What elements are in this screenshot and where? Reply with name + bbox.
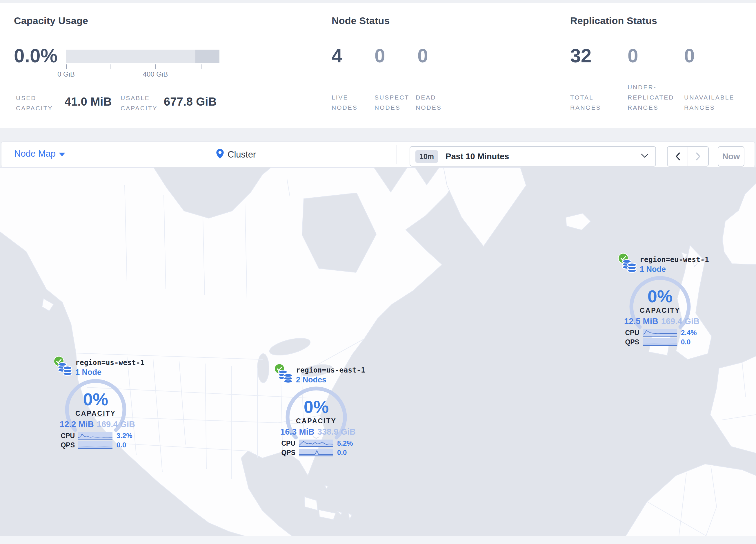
qps-label: QPS bbox=[620, 338, 639, 346]
total-ranges-label: TOTAL RANGES bbox=[570, 92, 611, 113]
node-status-title: Node Status bbox=[332, 15, 390, 26]
chevron-down-icon bbox=[59, 153, 65, 156]
capacity-bar-reserved-segment bbox=[195, 50, 219, 63]
unavailable-ranges-label: UNAVAILABLE RANGES bbox=[684, 92, 751, 113]
usable-capacity-value: 677.8 GiB bbox=[164, 95, 217, 108]
live-nodes-count: 4 bbox=[332, 45, 342, 66]
breadcrumb[interactable]: Cluster bbox=[228, 149, 256, 160]
time-window-badge: 10m bbox=[415, 150, 438, 163]
capacity-percent: 0% bbox=[276, 397, 356, 417]
time-window-pager bbox=[667, 146, 709, 166]
chevron-down-icon bbox=[641, 153, 648, 159]
previous-time-window-button[interactable] bbox=[668, 147, 688, 166]
capacity-used-percent: 0.0% bbox=[14, 45, 57, 66]
under-replicated-ranges-count: 0 bbox=[628, 45, 638, 66]
cpu-label: CPU bbox=[620, 329, 639, 337]
map-toolbar: Node Map Cluster 10m Past 10 Minutes bbox=[1, 141, 755, 167]
capacity-percent: 0% bbox=[56, 389, 136, 409]
chevron-right-icon bbox=[695, 152, 701, 161]
map-footer-strip bbox=[0, 536, 756, 544]
qps-label: QPS bbox=[276, 449, 295, 457]
qps-sparkline bbox=[643, 338, 677, 346]
suspect-nodes-label: SUSPECT NODES bbox=[375, 92, 412, 113]
dead-nodes-label: DEAD NODES bbox=[416, 92, 450, 113]
region-node-count[interactable]: 2 Nodes bbox=[296, 376, 326, 385]
qps-value: 0.0 bbox=[117, 441, 126, 449]
used-capacity-value: 41.0 MiB bbox=[65, 95, 112, 108]
region-name: region=us-east-1 bbox=[296, 366, 365, 374]
cockroachdb-cluster-overview: { "header": { "capacity": { "title": "Ca… bbox=[0, 0, 756, 544]
region-marker-eu-west-1[interactable]: region=eu-west-1 1 Node 0% CAPACITY 12.5… bbox=[620, 253, 700, 350]
cpu-label: CPU bbox=[56, 432, 75, 440]
qps-label: QPS bbox=[56, 441, 75, 449]
axis-tick bbox=[110, 64, 110, 69]
axis-tick bbox=[66, 64, 67, 69]
region-marker-us-east-1[interactable]: region=us-east-1 2 Nodes 0% CAPACITY 16.… bbox=[276, 363, 356, 461]
now-button[interactable]: Now bbox=[718, 146, 744, 166]
axis-tick-label: 400 GiB bbox=[143, 70, 168, 78]
cpu-sparkline bbox=[643, 329, 677, 337]
chevron-left-icon bbox=[675, 152, 681, 161]
cpu-value: 3.2% bbox=[117, 432, 132, 440]
total-ranges-count: 32 bbox=[570, 45, 591, 66]
capacity-label: CAPACITY bbox=[620, 307, 700, 315]
qps-sparkline bbox=[78, 441, 112, 449]
suspect-nodes-count: 0 bbox=[375, 45, 385, 66]
cpu-value: 2.4% bbox=[681, 329, 697, 337]
unavailable-ranges-count: 0 bbox=[684, 45, 695, 66]
axis-tick bbox=[201, 64, 201, 69]
capacity-label: CAPACITY bbox=[276, 417, 356, 425]
axis-tick bbox=[155, 64, 156, 69]
cluster-summary-bar: Capacity Usage Node Status Replication S… bbox=[0, 3, 756, 128]
view-selector-dropdown[interactable]: Node Map bbox=[14, 148, 56, 159]
cpu-label: CPU bbox=[276, 440, 295, 447]
capacity-bar bbox=[66, 50, 219, 63]
used-capacity-label: USED CAPACITY bbox=[16, 93, 64, 113]
cpu-sparkline bbox=[78, 432, 112, 440]
toolbar-divider bbox=[397, 145, 397, 164]
qps-value: 0.0 bbox=[337, 449, 347, 457]
capacity-label: CAPACITY bbox=[56, 410, 136, 418]
qps-sparkline bbox=[299, 449, 333, 456]
cpu-value: 5.2% bbox=[337, 439, 353, 447]
world-map bbox=[0, 167, 756, 536]
qps-value: 0.0 bbox=[681, 338, 690, 346]
dead-nodes-count: 0 bbox=[417, 45, 428, 66]
next-time-window-button[interactable] bbox=[688, 147, 708, 166]
time-window-label: Past 10 Minutes bbox=[446, 152, 509, 161]
region-node-count[interactable]: 1 Node bbox=[640, 265, 666, 274]
capacity-percent: 0% bbox=[620, 287, 700, 307]
axis-tick-label: 0 GiB bbox=[57, 70, 75, 78]
cpu-sparkline bbox=[299, 440, 333, 447]
replication-status-title: Replication Status bbox=[570, 15, 657, 26]
map-pin-icon bbox=[216, 148, 224, 160]
time-window-select[interactable]: 10m Past 10 Minutes bbox=[410, 146, 656, 166]
capacity-usage-title: Capacity Usage bbox=[14, 15, 88, 26]
live-nodes-label: LIVE NODES bbox=[332, 92, 366, 113]
under-replicated-ranges-label: UNDER-REPLICATED RANGES bbox=[628, 82, 686, 113]
database-stack-icon bbox=[621, 257, 639, 277]
region-node-count[interactable]: 1 Node bbox=[75, 368, 101, 377]
region-name: region=us-west-1 bbox=[75, 359, 145, 367]
node-map[interactable]: region=us-west-1 1 Node 0% CAPACITY 12.2… bbox=[0, 167, 756, 544]
region-name: region=eu-west-1 bbox=[640, 255, 709, 264]
database-stack-icon bbox=[277, 368, 295, 387]
region-marker-us-west-1[interactable]: region=us-west-1 1 Node 0% CAPACITY 12.2… bbox=[56, 356, 136, 453]
database-stack-icon bbox=[56, 360, 74, 380]
